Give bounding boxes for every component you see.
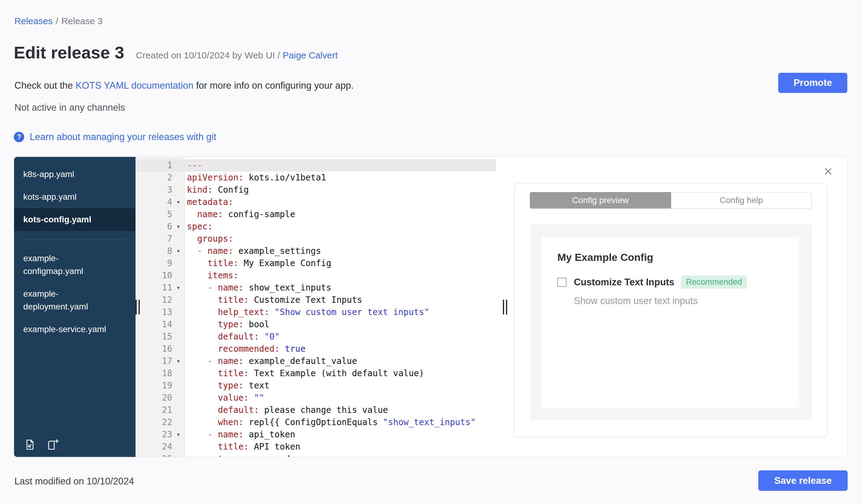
code-line[interactable]: 19 type: text <box>135 380 496 392</box>
code-line[interactable]: 24 title: API token <box>135 441 496 453</box>
code-line[interactable]: 3kind: Config <box>135 184 496 196</box>
code-line[interactable]: 9 title: My Example Config <box>135 257 496 269</box>
code-text: - name: example_default_value <box>184 355 496 367</box>
git-help-link[interactable]: Learn about managing your releases with … <box>30 132 216 143</box>
line-number: 12 <box>135 294 172 306</box>
file-item[interactable]: kots-app.yaml <box>14 186 135 208</box>
code-line[interactable]: 14 type: bool <box>135 318 496 331</box>
save-release-button[interactable]: Save release <box>758 470 848 491</box>
file-item[interactable]: example- deployment.yaml <box>14 282 135 318</box>
code-line[interactable]: 12 title: Customize Text Inputs <box>135 294 496 306</box>
fold-arrow-icon[interactable]: ▾ <box>172 196 184 208</box>
code-text: groups: <box>184 233 496 245</box>
line-number: 22 <box>135 416 172 428</box>
line-gutter: 22 <box>135 416 184 428</box>
code-line[interactable]: 20 value: "" <box>135 392 496 404</box>
line-number: 2 <box>135 172 172 184</box>
code-line[interactable]: 16 recommended: true <box>135 343 496 355</box>
code-text: name: config-sample <box>184 208 496 221</box>
config-preview-card: Config preview Config help My Example Co… <box>514 183 827 437</box>
code-line[interactable]: 13 help_text: "Show custom user text inp… <box>135 306 496 318</box>
line-gutter: 3 <box>135 184 184 196</box>
file-item[interactable]: kots-config.yaml <box>14 208 135 231</box>
code-text: default: "0" <box>184 331 496 343</box>
line-gutter: 4▾ <box>135 196 184 208</box>
help-question-icon[interactable]: ? <box>14 132 24 142</box>
fold-spacer <box>172 269 184 282</box>
close-icon[interactable]: × <box>824 164 833 179</box>
line-number: 6 <box>135 221 172 233</box>
code-line[interactable]: 10 items: <box>135 269 496 282</box>
config-option-row: Customize Text Inputs Recommended <box>557 276 784 289</box>
code-line[interactable]: 1--- <box>135 159 496 172</box>
tab-config-preview[interactable]: Config preview <box>530 192 671 209</box>
config-option-help-text: Show custom user text inputs <box>574 295 784 306</box>
code-line[interactable]: 7 groups: <box>135 233 496 245</box>
code-line[interactable]: 23▾ - name: api_token <box>135 428 496 441</box>
code-text: help_text: "Show custom user text inputs… <box>184 306 496 318</box>
code-line[interactable]: 4▾metadata: <box>135 196 496 208</box>
code-text: when: repl{{ ConfigOptionEquals "show_te… <box>184 416 496 428</box>
fold-arrow-icon[interactable]: ▾ <box>172 245 184 257</box>
line-number: 23 <box>135 428 172 441</box>
code-line[interactable]: 17▾ - name: example_default_value <box>135 355 496 367</box>
code-line[interactable]: 18 title: Text Example (with default val… <box>135 367 496 380</box>
customize-text-inputs-checkbox[interactable] <box>557 278 566 287</box>
yaml-code-editor[interactable]: 1---2apiVersion: kots.io/v1beta13kind: C… <box>135 157 496 457</box>
code-line[interactable]: 25 type: password <box>135 453 496 457</box>
code-text: kind: Config <box>184 184 496 196</box>
fold-spacer <box>172 441 184 453</box>
code-line[interactable]: 8▾ - name: example_settings <box>135 245 496 257</box>
breadcrumb-releases-link[interactable]: Releases <box>14 16 53 26</box>
file-item[interactable]: example- configmap.yaml <box>14 247 135 282</box>
line-number: 7 <box>135 233 172 245</box>
config-group-title: My Example Config <box>557 251 784 263</box>
fold-spacer <box>172 294 184 306</box>
git-help-row: ? Learn about managing your releases wit… <box>14 132 216 143</box>
config-render-area: My Example Config Customize Text Inputs … <box>530 225 812 420</box>
code-text: type: bool <box>184 318 496 331</box>
code-line[interactable]: 15 default: "0" <box>135 331 496 343</box>
new-file-icon[interactable] <box>47 439 59 451</box>
code-line[interactable]: 6▾spec: <box>135 221 496 233</box>
code-line[interactable]: 11▾ - name: show_text_inputs <box>135 282 496 294</box>
code-text: title: My Example Config <box>184 257 496 269</box>
file-item[interactable]: k8s-app.yaml <box>14 163 135 186</box>
docs-note-suffix: for more info on configuring your app. <box>193 80 354 91</box>
code-text: --- <box>184 159 496 172</box>
line-gutter: 9 <box>135 257 184 269</box>
line-number: 8 <box>135 245 172 257</box>
line-gutter: 1 <box>135 159 184 172</box>
line-number: 4 <box>135 196 172 208</box>
file-list: k8s-app.yamlkots-app.yamlkots-config.yam… <box>14 163 135 341</box>
fold-arrow-icon[interactable]: ▾ <box>172 428 184 441</box>
release-editor-workbench: k8s-app.yamlkots-app.yamlkots-config.yam… <box>14 157 848 457</box>
code-text: value: "" <box>184 392 496 404</box>
code-line[interactable]: 21 default: please change this value <box>135 404 496 416</box>
code-text: title: Customize Text Inputs <box>184 294 496 306</box>
promote-button[interactable]: Promote <box>778 73 847 93</box>
author-link[interactable]: Paige Calvert <box>283 50 338 60</box>
config-option-label: Customize Text Inputs <box>574 277 674 288</box>
code-line[interactable]: 22 when: repl{{ ConfigOptionEquals "show… <box>135 416 496 428</box>
line-gutter: 8▾ <box>135 245 184 257</box>
kots-yaml-docs-link[interactable]: KOTS YAML documentation <box>76 80 193 91</box>
fold-arrow-icon[interactable]: ▾ <box>172 355 184 367</box>
line-number: 11 <box>135 282 172 294</box>
breadcrumb: Releases/Release 3 <box>14 16 103 26</box>
code-line[interactable]: 2apiVersion: kots.io/v1beta1 <box>135 172 496 184</box>
tab-config-help[interactable]: Config help <box>671 192 812 209</box>
line-number: 17 <box>135 355 172 367</box>
fold-arrow-icon[interactable]: ▾ <box>172 221 184 233</box>
file-item[interactable]: example-service.yaml <box>14 318 135 341</box>
code-text: metadata: <box>184 196 496 208</box>
fold-arrow-icon[interactable]: ▾ <box>172 282 184 294</box>
code-line[interactable]: 5 name: config-sample <box>135 208 496 221</box>
code-text: apiVersion: kots.io/v1beta1 <box>184 172 496 184</box>
line-number: 9 <box>135 257 172 269</box>
preview-resize-handle[interactable] <box>503 300 507 314</box>
import-file-icon[interactable] <box>24 439 36 451</box>
line-number: 16 <box>135 343 172 355</box>
sidebar-resize-handle[interactable] <box>135 300 140 314</box>
line-number: 5 <box>135 208 172 221</box>
